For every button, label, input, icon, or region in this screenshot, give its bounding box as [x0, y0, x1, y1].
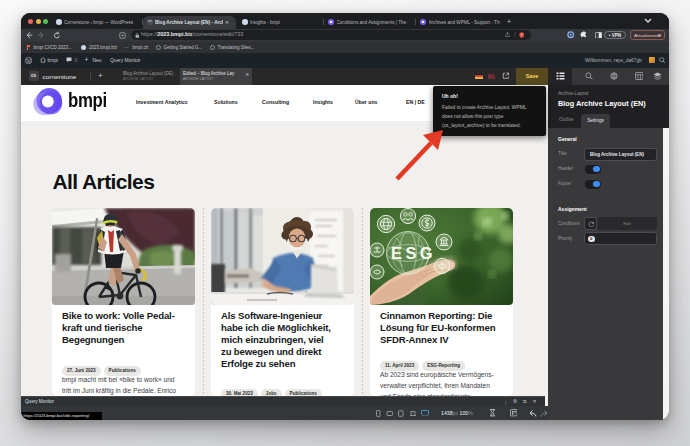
svg-text:ESG: ESG	[391, 244, 436, 262]
